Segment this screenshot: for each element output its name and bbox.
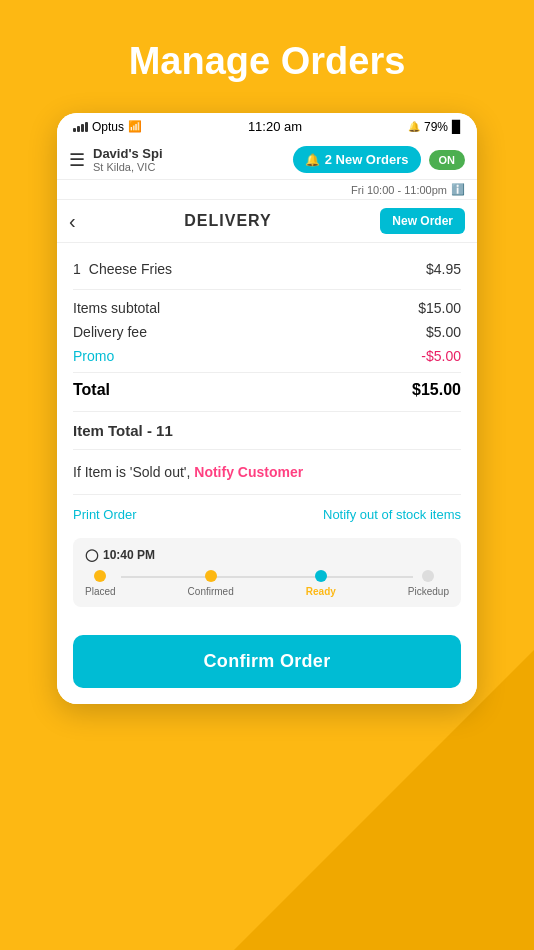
info-icon: ℹ️ [451,183,465,196]
subtotal-value: $15.00 [418,300,461,316]
total-row: Total $15.00 [73,372,461,407]
timeline-time: ◯ 10:40 PM [85,548,449,562]
notify-stock-button[interactable]: Notify out of stock items [323,507,461,522]
top-bar: ☰ David's Spi St Kilda, VIC 🔔 2 New Orde… [57,140,477,180]
actions-row: Print Order Notify out of stock items [73,494,461,534]
order-item-name: Cheese Fries [89,261,172,277]
total-value: $15.00 [412,381,461,399]
back-button[interactable]: ‹ [69,210,76,233]
confirm-section: Confirm Order [57,623,477,704]
new-orders-button[interactable]: 🔔 2 New Orders [293,146,421,173]
step-dot-confirmed [205,570,217,582]
battery-bar: ▉ [452,120,461,134]
restaurant-location: St Kilda, VIC [93,161,285,173]
print-order-button[interactable]: Print Order [73,507,137,522]
subtotal-row: Items subtotal $15.00 [73,296,461,320]
new-orders-label: 2 New Orders [325,152,409,167]
promo-row: Promo -$5.00 [73,344,461,368]
status-left: Optus 📶 [73,120,142,134]
restaurant-info: David's Spi St Kilda, VIC [93,146,285,173]
new-order-button[interactable]: New Order [380,208,465,234]
carrier-name: Optus [92,120,124,134]
order-item-left: 1 Cheese Fries [73,261,172,277]
order-item: 1 Cheese Fries $4.95 [73,255,461,283]
timeline-steps: Placed Confirmed Ready Pickedup [85,570,449,597]
status-bar: Optus 📶 11:20 am 🔔 79% ▉ [57,113,477,140]
timeline-step-placed: Placed [85,570,116,597]
promo-value: -$5.00 [421,348,461,364]
wifi-icon: 📶 [128,120,142,133]
clock-icon: ◯ [85,548,98,562]
restaurant-name: David's Spi [93,146,285,161]
step-label-confirmed: Confirmed [188,586,234,597]
timeline-step-confirmed: Confirmed [188,570,234,597]
hours-bar: Fri 10:00 - 11:00pm ℹ️ [57,180,477,200]
delivery-title: DELIVERY [84,212,373,230]
delivery-fee-value: $5.00 [426,324,461,340]
signal-bars [73,122,88,132]
timeline-time-value: 10:40 PM [103,548,155,562]
delivery-fee-label: Delivery fee [73,324,147,340]
hours-text: Fri 10:00 - 11:00pm [351,184,447,196]
delivery-header: ‹ DELIVERY New Order [57,200,477,243]
total-label: Total [73,381,110,399]
timeline-section: ◯ 10:40 PM Placed Confirmed Ready [73,538,461,607]
on-badge: ON [429,150,466,170]
timeline-step-ready: Ready [306,570,336,597]
delivery-fee-row: Delivery fee $5.00 [73,320,461,344]
battery-percent: 79% [424,120,448,134]
step-dot-ready [315,570,327,582]
notify-customer-text: Notify Customer [194,464,303,480]
confirm-order-button[interactable]: Confirm Order [73,635,461,688]
step-dot-placed [94,570,106,582]
item-total: Item Total - 11 [73,411,461,449]
order-item-price: $4.95 [426,261,461,277]
step-dot-pickedup [422,570,434,582]
status-right: 🔔 79% ▉ [408,120,461,134]
battery-icon: 🔔 [408,121,420,132]
timeline-line [121,576,412,578]
bell-icon: 🔔 [305,153,320,167]
divider-1 [73,289,461,290]
page-title: Manage Orders [0,0,534,113]
timeline-step-pickedup: Pickedup [408,570,449,597]
status-time: 11:20 am [248,119,302,134]
hamburger-icon[interactable]: ☰ [69,149,85,171]
step-label-ready: Ready [306,586,336,597]
sold-out-section: If Item is 'Sold out', Notify Customer [73,449,461,494]
subtotal-label: Items subtotal [73,300,160,316]
promo-label: Promo [73,348,114,364]
sold-out-prefix: If Item is 'Sold out', [73,464,190,480]
step-label-placed: Placed [85,586,116,597]
order-item-qty: 1 [73,261,81,277]
step-label-pickedup: Pickedup [408,586,449,597]
phone-frame: Optus 📶 11:20 am 🔔 79% ▉ ☰ David's Spi S… [57,113,477,704]
order-content: 1 Cheese Fries $4.95 Items subtotal $15.… [57,243,477,623]
